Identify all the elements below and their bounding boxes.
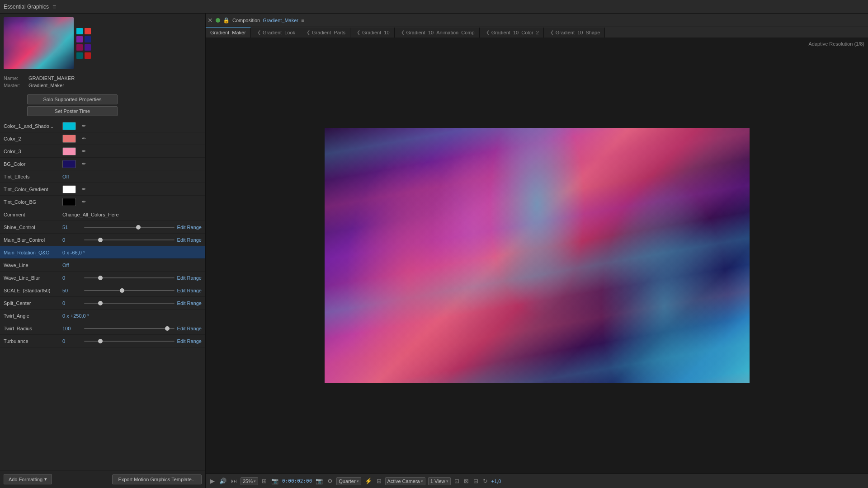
tab-gradient-look[interactable]: ❮ Gradient_Look (251, 28, 300, 38)
split-slider-track[interactable] (84, 303, 175, 304)
twirl-radius-edit-range-btn[interactable]: Edit Range (177, 326, 202, 331)
comp-name[interactable]: Gradient_Maker (263, 18, 298, 23)
tab-gradient-10-shape[interactable]: ❮ Gradient_10_Shape (544, 28, 605, 38)
prop-row-blur[interactable]: Main_Blur_Control 0 Edit Range (0, 234, 205, 246)
eyedropper-icon-tint-gradient[interactable]: ✒ (81, 186, 86, 192)
prop-row-tint-effects[interactable]: Tint_Effects Off (0, 170, 205, 183)
prop-value-twirl-angle[interactable]: 0 x +250,0 ° (62, 313, 89, 319)
swatch-item[interactable] (76, 28, 83, 34)
swatch-item[interactable] (85, 52, 91, 59)
prop-row-color1[interactable]: Color_1_and_Shado... ✒ (0, 120, 205, 132)
comp-menu-icon[interactable]: ≡ (301, 17, 304, 23)
comp-close-icon[interactable]: ✕ (208, 17, 213, 24)
prop-value-twirl-radius[interactable]: 100 (62, 326, 80, 331)
prop-row-split[interactable]: Split_Center 0 Edit Range (0, 297, 205, 310)
eyedropper-icon-tint-bg[interactable]: ✒ (81, 198, 86, 205)
camera-select[interactable]: Active Camera ▾ (385, 477, 425, 485)
split-slider[interactable] (84, 303, 175, 304)
color-swatch-bgcolor[interactable] (62, 160, 76, 168)
tab-gradient-10-animation[interactable]: ❮ Gradient_10_Animation_Comp (395, 28, 480, 38)
blur-slider-track[interactable] (84, 239, 175, 240)
eyedropper-icon-color3[interactable]: ✒ (81, 148, 86, 155)
zoom-select[interactable]: 25% ▾ (241, 477, 258, 485)
opengl-icon[interactable]: ↻ (482, 477, 489, 485)
split-slider-thumb[interactable] (98, 301, 103, 305)
waveline-blur-edit-range-btn[interactable]: Edit Range (177, 275, 202, 281)
resolution-fit-icon[interactable]: ⊞ (261, 477, 268, 485)
fast-preview-icon[interactable]: ⚡ (364, 477, 373, 485)
render-queue-icon[interactable]: ⊠ (463, 477, 470, 485)
swatch-item[interactable] (85, 36, 91, 42)
waveline-blur-slider[interactable] (84, 277, 175, 278)
turbulence-thumb[interactable] (98, 339, 103, 343)
tab-gradient-10-color2[interactable]: ❮ Gradient_10_Color_2 (480, 28, 544, 38)
blur-slider-thumb[interactable] (98, 238, 103, 242)
comp-settings-icon[interactable]: ⊡ (453, 477, 460, 485)
prop-row-twirl-angle[interactable]: Twirl_Angle 0 x +250,0 ° (0, 310, 205, 322)
shine-edit-range-btn[interactable]: Edit Range (177, 225, 202, 230)
eyedropper-icon-color1[interactable]: ✒ (81, 122, 86, 129)
waveline-blur-thumb[interactable] (98, 276, 103, 280)
timecode-display[interactable]: 0:00:02:00 (282, 478, 312, 484)
audio-icon[interactable]: 🔊 (218, 477, 227, 485)
blur-slider[interactable] (84, 239, 175, 240)
3d-renderer-icon[interactable]: ⊟ (472, 477, 479, 485)
prop-value-waveline[interactable]: Off (62, 263, 80, 268)
settings-icon[interactable]: ⚙ (326, 477, 334, 485)
add-formatting-button[interactable]: Add Formatting ▾ (4, 474, 52, 484)
name-value[interactable]: GRADIENT_MAKER (28, 75, 202, 81)
shine-slider-track[interactable] (84, 227, 175, 228)
eyedropper-icon-color2[interactable]: ✒ (81, 135, 86, 142)
view-select[interactable]: 1 View ▾ (428, 477, 451, 485)
color-swatch-tint-bg[interactable] (62, 198, 76, 206)
scale-slider-track[interactable] (84, 290, 175, 291)
comp-lock-icon[interactable]: 🔒 (223, 17, 230, 23)
shine-slider[interactable] (84, 227, 175, 228)
snapshot-icon[interactable]: 📷 (270, 477, 279, 485)
turbulence-edit-range-btn[interactable]: Edit Range (177, 338, 202, 344)
turbulence-slider[interactable] (84, 341, 175, 342)
master-value[interactable]: Gradient_Maker (28, 83, 202, 88)
tab-gradient-parts[interactable]: ❮ Gradient_Parts (300, 28, 350, 38)
prop-row-shine[interactable]: Shine_Control 51 Edit Range (0, 221, 205, 234)
prop-row-tint-bg[interactable]: Tint_Color_BG ✒ (0, 196, 205, 208)
color-swatch-tint-gradient[interactable] (62, 185, 76, 193)
prop-row-twirl-radius[interactable]: Twirl_Radius 100 Edit Range (0, 322, 205, 335)
swatch-item[interactable] (76, 52, 83, 59)
preview-icon[interactable]: ⏭ (230, 477, 238, 485)
prop-row-turbulence[interactable]: Turbulance 0 Edit Range (0, 335, 205, 347)
prop-value-rotation[interactable]: 0 x -66,0 ° (62, 250, 85, 255)
quality-select[interactable]: Quarter ▾ (336, 477, 361, 485)
scale-slider-thumb[interactable] (120, 288, 124, 293)
grid-icon[interactable]: ⊞ (376, 477, 382, 485)
prop-row-scale[interactable]: SCALE_(Standart50) 50 Edit Range (0, 284, 205, 297)
color-swatch-color3[interactable] (62, 147, 76, 155)
prop-value-scale[interactable]: 50 (62, 288, 80, 293)
color-swatch-color2[interactable] (62, 135, 76, 143)
prop-row-rotation[interactable]: Main_Rotation_Q&O 0 x -66,0 ° (0, 246, 205, 259)
twirl-radius-slider[interactable] (84, 328, 175, 329)
play-stop-icon[interactable]: ▶ (209, 477, 216, 485)
prop-value-shine[interactable]: 51 (62, 225, 80, 230)
twirl-radius-thumb[interactable] (165, 326, 170, 331)
swatch-item[interactable] (76, 44, 83, 51)
prop-row-color3[interactable]: Color_3 ✒ (0, 145, 205, 158)
eyedropper-icon-bgcolor[interactable]: ✒ (81, 160, 86, 167)
prop-value-tint-effects[interactable]: Off (62, 174, 80, 179)
tab-gradient-maker[interactable]: Gradient_Maker (206, 27, 251, 38)
prop-value-turbulence[interactable]: 0 (62, 338, 80, 344)
panel-menu-icon[interactable]: ≡ (52, 3, 56, 10)
split-edit-range-btn[interactable]: Edit Range (177, 300, 202, 306)
prop-value-split[interactable]: 0 (62, 300, 80, 306)
camera-icon[interactable]: 📷 (315, 477, 324, 485)
blur-edit-range-btn[interactable]: Edit Range (177, 237, 202, 243)
prop-row-color2[interactable]: Color_2 ✒ (0, 132, 205, 145)
set-poster-time-button[interactable]: Set Poster Time (27, 106, 118, 116)
shine-slider-thumb[interactable] (136, 225, 141, 230)
scale-slider[interactable] (84, 290, 175, 291)
color-swatch-color1[interactable] (62, 122, 76, 130)
export-motion-graphics-button[interactable]: Export Motion Graphics Template... (112, 474, 202, 484)
prop-row-tint-gradient[interactable]: Tint_Color_Gradient ✒ (0, 183, 205, 196)
prop-value-waveline-blur[interactable]: 0 (62, 275, 80, 281)
tab-gradient-10[interactable]: ❮ Gradient_10 (350, 28, 395, 38)
